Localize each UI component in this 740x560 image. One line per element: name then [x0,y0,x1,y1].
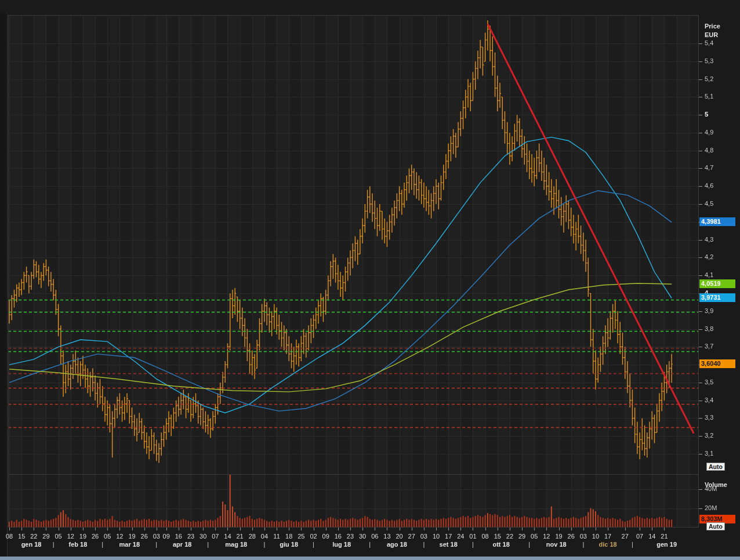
month-separator: | [263,541,265,548]
day-tick-label: 05 [55,533,61,540]
day-tick-label: 23 [347,533,354,540]
day-tick-label: 21 [661,533,668,540]
day-tick-label: 14 [648,533,655,540]
month-label: set 18 [440,541,458,548]
month-separator: | [369,541,371,548]
day-tick-label: 24 [457,533,464,540]
month-separator: | [101,541,103,548]
price-tick-label: 3,4 [705,397,713,403]
price-tick-label: 3,5 [705,379,713,386]
day-tick-label: 26 [141,533,148,540]
month-label: gen 18 [21,541,42,548]
price-tick-label: 4,9 [705,129,713,136]
day-tick-label: 22 [30,533,37,540]
price-tick-label: 3,2 [705,432,713,439]
volume-tick-label: 20M [705,504,717,511]
day-tick-label: 18 [285,533,292,540]
day-tick-label: 15 [494,533,501,540]
day-tick-label: 19 [79,533,86,540]
day-tick-label: 12 [116,533,123,540]
month-label: mar 18 [119,541,140,548]
day-tick-label: 20 [396,533,402,540]
month-label: mag 18 [225,541,247,548]
day-tick-label: 19 [128,533,135,540]
day-tick-label: 10 [592,533,599,540]
price-tick-label: 3,1 [705,450,713,457]
day-tick-label: 15 [18,533,25,540]
price-tick-label: 3,9 [705,307,713,314]
month-separator: | [582,541,584,548]
day-tick-label: 12 [67,533,74,540]
price-tick-label: 4,8 [705,147,713,154]
month-label: ago 18 [387,541,407,548]
price-tick-label: 5,4 [705,39,713,46]
price-tick-label: 3,7 [705,343,713,350]
day-tick-label: 22 [506,533,513,540]
price-axis-title: Price [705,22,720,31]
price-tag-4_0519: 4,0519 [699,279,735,288]
price-tick-label: 3,8 [705,325,713,332]
day-tick-label: 07 [636,533,643,540]
price-tick-label: 4,3 [705,236,713,243]
price-chart-canvas[interactable] [0,0,740,560]
price-axis-currency: EUR [705,31,720,39]
month-label: nov 18 [546,541,567,548]
price-tick-label: 4,1 [705,271,713,278]
month-separator: | [207,541,209,548]
day-tick-label: 08 [6,533,13,540]
window-bottom-edge [0,557,740,560]
day-tick-label: 19 [555,533,562,540]
price-tick-label: 5,1 [705,93,713,100]
day-tick-label: 09 [322,533,329,540]
day-tick-label: 27 [408,533,415,540]
month-separator: | [472,541,474,548]
day-tick-label: 13 [383,533,390,540]
price-tag-3_9731: 3,9731 [699,293,735,302]
month-separator: | [313,541,314,548]
day-tick-label: 10 [433,533,440,540]
month-label: dic 18 [599,541,617,548]
day-tick-label: 07 [212,533,219,540]
month-label: ott 18 [492,541,509,548]
day-tick-label: 06 [371,533,378,540]
month-label: feb 18 [69,541,88,548]
day-tick-label: 28 [249,533,256,540]
day-tick-label: 29 [518,533,525,540]
month-separator: | [155,541,157,548]
day-tick-label: 30 [359,533,366,540]
month-separator: | [53,541,55,548]
month-label: giu 18 [280,541,298,548]
price-tag-4_3981: 4,3981 [699,217,735,226]
day-tick-label: 11 [273,533,280,540]
day-tick-label: 03 [580,533,587,540]
day-tick-label: 26 [92,533,99,540]
day-tick-label: 03 [420,533,427,540]
month-separator: | [528,541,530,548]
day-tick-label: 21 [236,533,243,540]
day-tick-label: 25 [298,533,304,540]
day-tick-label: 01 [469,533,476,540]
day-tick-label: 17 [445,533,452,540]
left-edge-strip [0,13,8,560]
month-label: lug 18 [332,541,351,548]
price-auto-scale-button[interactable]: Auto [706,463,725,471]
day-tick-label: 17 [604,533,611,540]
month-label: gen 19 [656,541,677,548]
price-axis-header: Price EUR [705,22,720,39]
day-tick-label: 04 [261,533,268,540]
price-tick-label: 4,6 [705,182,713,189]
day-tick-label: 08 [481,533,488,540]
day-tick-label: 12 [543,533,550,540]
day-tick-label: 16 [335,533,342,540]
price-tick-label: 3,3 [705,414,713,421]
day-tick-label: 02 [310,533,317,540]
day-tick-label: 23 [187,533,194,540]
month-label: apr 18 [173,541,191,548]
day-tick-label: 29 [42,533,49,540]
day-tick-label: 14 [224,533,231,540]
volume-auto-scale-button[interactable]: Auto [706,522,725,530]
price-tick-label: 5 [705,111,708,118]
day-tick-label: 03 [153,533,160,540]
chart-window: Daily SPMI.MI 08/01/2018 - 24/01/2019 (M… [0,0,740,560]
day-tick-label: 05 [104,533,111,540]
